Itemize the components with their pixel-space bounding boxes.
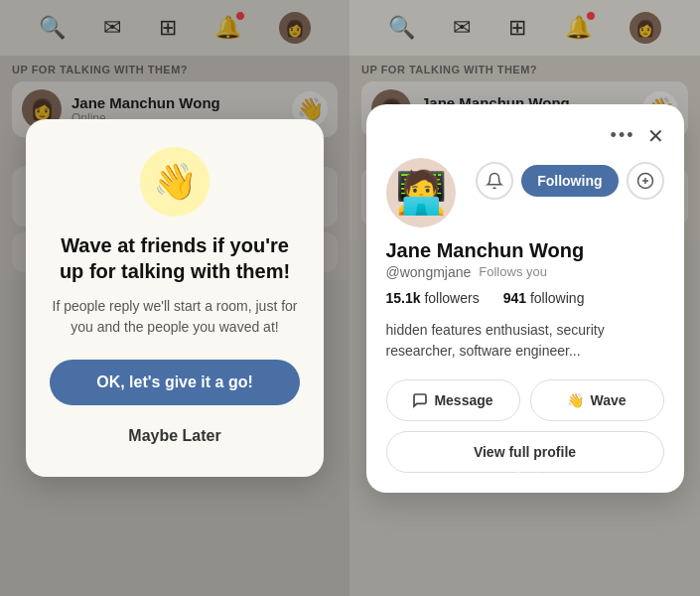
ok-button[interactable]: OK, let's give it a go! <box>50 360 300 405</box>
following-stat[interactable]: 941 following <box>503 290 585 306</box>
profile-bio: hidden features enthusiast, security res… <box>386 320 664 362</box>
wave-emoji-btn: 👋 <box>567 392 584 408</box>
message-button[interactable]: Message <box>386 379 520 421</box>
wave-emoji: 👋 <box>140 147 210 217</box>
profile-stats: 15.1k followers 941 following <box>386 290 664 306</box>
wave-description: If people reply we'll start a room, just… <box>50 296 300 338</box>
profile-card: ••• ✕ 🧑‍💻 Following <box>366 104 684 493</box>
profile-handle-row: @wongmjane Follows you <box>386 264 664 280</box>
profile-action-buttons: Following <box>476 162 663 200</box>
profile-card-header: ••• ✕ <box>386 124 664 148</box>
watermark: wongmjane <box>487 457 563 473</box>
profile-actions-row: Message 👋 Wave <box>386 379 664 421</box>
message-label: Message <box>434 392 492 408</box>
profile-avatar: 🧑‍💻 <box>386 158 456 227</box>
following-count: 941 <box>503 290 526 306</box>
followers-label: followers <box>424 290 479 306</box>
right-panel: 🔍 ✉ ⊞ 🔔 👩 UP FOR TALKING WITH THEM? 👩 Ja… <box>350 0 700 596</box>
profile-handle: @wongmjane <box>386 264 472 280</box>
followers-count: 15.1k <box>386 290 421 306</box>
left-panel: 🔍 ✉ ⊞ 🔔 👩 UP FOR TALKING WITH THEM? 👩 Ja… <box>0 0 350 596</box>
following-button[interactable]: Following <box>521 165 618 197</box>
notification-bell-button[interactable] <box>476 162 513 200</box>
left-modal-overlay: 👋 Wave at friends if you're up for talki… <box>0 0 350 596</box>
wave-title: Wave at friends if you're up for talking… <box>50 232 300 284</box>
right-overlay: ••• ✕ 🧑‍💻 Following <box>350 0 700 596</box>
wave-label: Wave <box>590 392 626 408</box>
maybe-later-button[interactable]: Maybe Later <box>50 415 300 457</box>
add-friend-button[interactable] <box>627 162 664 200</box>
following-label: following <box>530 290 584 306</box>
wave-action-button[interactable]: 👋 Wave <box>530 379 664 421</box>
more-options-button[interactable]: ••• <box>611 125 635 146</box>
close-profile-button[interactable]: ✕ <box>647 124 664 148</box>
followers-stat[interactable]: 15.1k followers <box>386 290 480 306</box>
follows-you-label: Follows you <box>479 264 547 279</box>
profile-name: Jane Manchun Wong <box>386 239 664 262</box>
wave-modal: 👋 Wave at friends if you're up for talki… <box>26 119 324 477</box>
